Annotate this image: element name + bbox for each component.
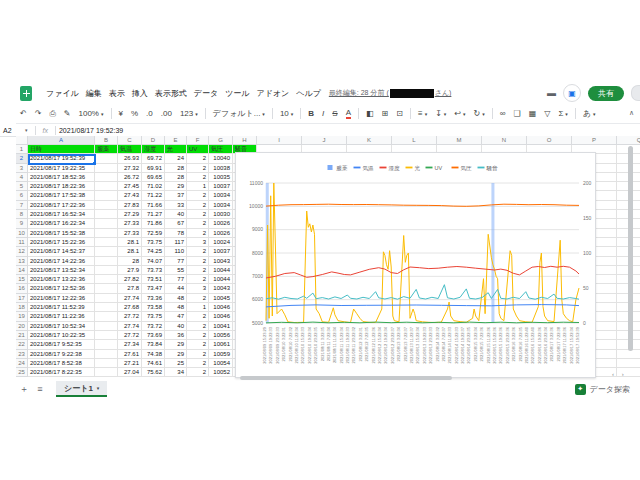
text-rotate-icon[interactable]: ↻▾ [470, 109, 489, 118]
row-header-15[interactable]: 15 [16, 275, 28, 284]
cell[interactable]: 2 [187, 275, 209, 284]
cell[interactable]: 2 [187, 210, 209, 219]
cell[interactable]: 74.38 [142, 350, 165, 359]
cell[interactable]: 28 [118, 257, 142, 266]
cell[interactable] [95, 322, 118, 331]
cell[interactable]: 27.04 [118, 368, 142, 377]
cell[interactable]: 2 [187, 331, 209, 340]
cell[interactable]: 28.1 [118, 247, 142, 256]
cell[interactable]: 29 [165, 182, 187, 191]
cell[interactable]: 29 [165, 350, 187, 359]
name-box-dropdown-icon[interactable]: ▾ [25, 127, 28, 133]
column-header-A[interactable]: A [28, 136, 95, 145]
cell[interactable] [95, 359, 118, 368]
cell[interactable]: 10052 [209, 368, 233, 377]
functions-icon[interactable]: Σ▾ [554, 109, 571, 118]
cell[interactable] [95, 340, 118, 349]
cell[interactable]: 2 [187, 201, 209, 210]
cell[interactable] [95, 331, 118, 340]
insert-chart-icon[interactable]: ▦ [525, 109, 541, 118]
cell[interactable]: 10037 [209, 247, 233, 256]
cell[interactable] [95, 219, 118, 228]
column-header-C[interactable]: C [118, 136, 142, 145]
cell[interactable]: 10040 [209, 154, 233, 163]
cell[interactable]: 2 [187, 164, 209, 173]
cell[interactable]: 10030 [209, 210, 233, 219]
cell[interactable]: 2021/08/17 17:22:36 [28, 201, 95, 210]
cell[interactable]: 25 [165, 359, 187, 368]
all-sheets-button[interactable]: ≡ [32, 384, 48, 394]
cell[interactable]: 26.93 [118, 154, 142, 163]
cell[interactable]: 74.25 [142, 247, 165, 256]
embedded-chart[interactable]: 5000600070008000900010000110000501001502… [235, 152, 596, 378]
cell[interactable]: 2 [187, 340, 209, 349]
video-call-icon[interactable]: ▬ [547, 88, 556, 98]
cell[interactable]: 73.58 [142, 303, 165, 312]
cell[interactable]: 2021/08/17 18:22:36 [28, 182, 95, 191]
cell[interactable]: 27.82 [118, 275, 142, 284]
merge-cells-icon[interactable]: ⊡ [392, 109, 407, 118]
cell[interactable]: 69.72 [142, 154, 165, 163]
cell[interactable]: 73.72 [142, 322, 165, 331]
column-header-B[interactable]: B [95, 136, 118, 145]
cell[interactable]: 2021/08/17 11:52:39 [28, 303, 95, 312]
cell[interactable]: 2 [187, 229, 209, 238]
cell[interactable]: 2021/08/17 13:52:34 [28, 266, 95, 275]
cell[interactable]: 75.62 [142, 368, 165, 377]
cell[interactable]: 27.32 [118, 164, 142, 173]
explore-button[interactable]: ✦ データ探索 [575, 384, 630, 395]
vertical-align-icon[interactable]: ↧▾ [431, 109, 450, 118]
row-header-19[interactable]: 19 [16, 312, 28, 321]
row-header-7[interactable]: 7 [16, 201, 28, 210]
scroll-arrows[interactable]: ‹ › [612, 371, 627, 377]
cell[interactable]: 2021/08/17 16:22:34 [28, 219, 95, 228]
cell[interactable]: 2021/08/17 8:22:35 [28, 368, 95, 377]
cell[interactable]: 10026 [209, 229, 233, 238]
menu-6[interactable]: ツール [225, 88, 249, 99]
cell[interactable]: 73.47 [142, 284, 165, 293]
cell[interactable]: 73.51 [142, 275, 165, 284]
cell[interactable]: 110 [165, 247, 187, 256]
cell[interactable] [95, 191, 118, 200]
sheet-tab-menu-icon[interactable]: ▾ [97, 385, 100, 391]
cell[interactable]: 10054 [209, 359, 233, 368]
cell[interactable]: 2021/08/17 15:52:38 [28, 229, 95, 238]
cell[interactable] [95, 368, 118, 377]
cell[interactable]: 2021/08/17 14:52:37 [28, 247, 95, 256]
cell[interactable]: 27.34 [118, 340, 142, 349]
cell[interactable]: 2021/08/17 15:22:36 [28, 238, 95, 247]
row-header-23[interactable]: 23 [16, 350, 28, 359]
menu-2[interactable]: 表示 [109, 88, 125, 99]
cell[interactable]: 33 [165, 201, 187, 210]
cell[interactable]: 2021/08/17 9:52:35 [28, 340, 95, 349]
bold-icon[interactable]: B [304, 109, 318, 118]
cell[interactable]: 10038 [209, 164, 233, 173]
cell[interactable]: 2021/08/17 13:22:36 [28, 275, 95, 284]
row-header-8[interactable]: 8 [16, 210, 28, 219]
comment-history-icon[interactable]: ▣ [563, 84, 581, 102]
cell[interactable]: 10046 [209, 312, 233, 321]
cell[interactable] [95, 350, 118, 359]
vertical-scrollbar[interactable] [628, 138, 633, 376]
cell[interactable]: 27.72 [118, 331, 142, 340]
cell[interactable]: 10044 [209, 266, 233, 275]
cell[interactable]: 10041 [209, 322, 233, 331]
row-header-17[interactable]: 17 [16, 294, 28, 303]
decrease-decimal-icon[interactable]: .0 [142, 109, 157, 118]
menu-5[interactable]: データ [194, 88, 218, 99]
cell[interactable]: 27.68 [118, 303, 142, 312]
cell[interactable]: UV [187, 145, 209, 154]
percent-format-icon[interactable]: % [127, 109, 142, 118]
cell[interactable] [95, 210, 118, 219]
cell[interactable]: 1 [187, 182, 209, 191]
cell[interactable]: 2 [187, 257, 209, 266]
row-header-18[interactable]: 18 [16, 303, 28, 312]
cell[interactable]: 77 [165, 257, 187, 266]
cell[interactable]: 71.86 [142, 219, 165, 228]
cell[interactable]: 2021/08/17 19:52:39 [28, 154, 95, 163]
cell[interactable]: 74.61 [142, 359, 165, 368]
column-header-E[interactable]: E [165, 136, 187, 145]
column-header-H[interactable]: H [233, 136, 257, 145]
row-header-1[interactable]: 1 [16, 145, 28, 154]
cell[interactable]: 27.72 [118, 312, 142, 321]
